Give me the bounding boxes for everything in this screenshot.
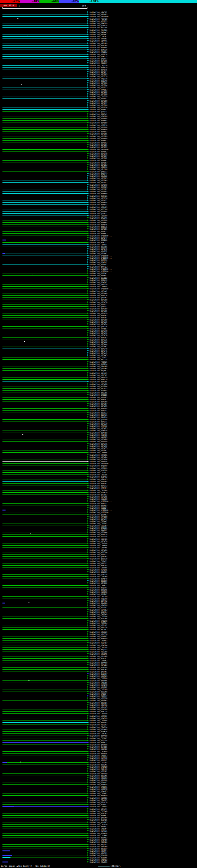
hit-label[interactable]: UniRef100_B3FV70 xyxy=(90,332,107,334)
hit-label[interactable]: UniRef100_A8N3F3 xyxy=(90,777,107,779)
hit-row[interactable]: UniRef100_Q16X31 xyxy=(0,414,197,416)
hit-row[interactable]: UniRef100_B9G7S6 xyxy=(0,27,197,29)
hit-label[interactable]: UniRef100_C4R4M5 xyxy=(90,547,107,549)
hit-row[interactable]: UniRef100_B3FB93 xyxy=(0,130,197,133)
alignment-bar[interactable] xyxy=(2,509,88,511)
hit-row[interactable]: UniRef100_B3FV57 xyxy=(0,403,197,405)
hit-row[interactable]: UniRef100_B9GLR9 xyxy=(0,42,197,44)
hit-label[interactable]: UniRef100_C5GVT1 xyxy=(90,560,107,562)
alignment-bar[interactable] xyxy=(2,144,88,146)
hit-row[interactable]: UniRef100_B3FV41 xyxy=(0,409,197,412)
alignment-bar[interactable] xyxy=(2,438,88,440)
alignment-bar[interactable] xyxy=(2,115,88,117)
alignment-bar[interactable] xyxy=(2,646,88,648)
alignment-bar[interactable] xyxy=(2,66,88,69)
hit-row[interactable]: UniRef100_C4JJQ5 xyxy=(0,682,197,684)
alignment-bar[interactable] xyxy=(2,111,88,113)
alignment-bar[interactable] xyxy=(2,217,88,219)
alignment-bar[interactable] xyxy=(2,16,88,18)
alignment-bar[interactable] xyxy=(2,292,88,294)
hit-row[interactable]: UniRef100_C8V0M5 xyxy=(0,653,197,655)
hit-row[interactable]: UniRef100_UPI0000... xyxy=(0,463,197,465)
alignment-bar[interactable] xyxy=(2,148,88,151)
alignment-bar[interactable] xyxy=(2,786,88,788)
alignment-bar[interactable] xyxy=(2,657,88,659)
hit-row[interactable]: UniRef100_A9URD2 xyxy=(0,181,197,184)
alignment-bar[interactable] xyxy=(2,250,88,252)
alignment-bar[interactable] xyxy=(2,686,88,688)
alignment-bar[interactable] xyxy=(2,516,88,518)
hit-row[interactable]: UniRef100_A8PU36 xyxy=(0,626,197,628)
alignment-bar[interactable] xyxy=(2,405,88,407)
hit-label[interactable]: UniRef100_Q4U1J4 xyxy=(90,416,107,418)
alignment-bar[interactable] xyxy=(2,166,88,168)
alignment-bar[interactable] xyxy=(2,51,88,53)
hit-label[interactable]: UniRef100_Q48Q33 xyxy=(90,170,107,173)
hit-label[interactable]: UniRef100_Q9VLR8 xyxy=(90,365,107,367)
hit-row[interactable]: UniRef100_C1GQS4 xyxy=(0,762,197,764)
hit-row[interactable]: UniRef100_B3L6U2 xyxy=(0,175,197,177)
alignment-bar[interactable] xyxy=(2,801,88,803)
hit-label[interactable]: UniRef100_B3FV45 xyxy=(90,352,107,354)
alignment-bar[interactable] xyxy=(2,447,88,449)
hit-label[interactable]: UniRef100_A4RWN1 xyxy=(90,37,107,40)
alignment-bar[interactable] xyxy=(2,454,88,456)
alignment-bar[interactable] xyxy=(2,308,88,310)
hit-label[interactable]: UniRef100_B6QDR2 xyxy=(90,770,107,772)
hit-label[interactable]: UniRef100_Q5KYL7 xyxy=(90,781,107,783)
alignment-bar[interactable] xyxy=(2,186,88,188)
hit-label[interactable]: UniRef100_Q6CF59 xyxy=(90,259,107,261)
alignment-bar[interactable] xyxy=(2,89,88,91)
hit-label[interactable]: UniRef100_A7PB55 xyxy=(90,20,107,22)
hit-label[interactable]: UniRef100_Q423M2 xyxy=(90,297,107,299)
alignment-bar[interactable] xyxy=(2,779,88,781)
hit-label[interactable]: UniRef100_Q5NFH7 xyxy=(90,261,107,263)
hit-label[interactable]: UniRef100_B3FV35 xyxy=(90,321,107,323)
hit-row[interactable]: UniRef100_C5M9X9 xyxy=(0,184,197,186)
hit-label[interactable]: UniRef100_B8MU51 xyxy=(90,808,107,810)
alignment-bar[interactable] xyxy=(2,210,88,213)
alignment-bar[interactable] xyxy=(2,626,88,628)
hit-row[interactable]: UniRef100_B6QAW4 xyxy=(0,531,197,533)
alignment-bar[interactable] xyxy=(2,465,88,467)
hit-label[interactable]: UniRef100_Q4WCM7 xyxy=(90,529,107,531)
hit-label[interactable]: UniRef100_C3ZVW7 xyxy=(90,520,107,522)
hit-label[interactable]: UniRef100_B3FV80 xyxy=(90,438,107,440)
hit-label[interactable]: UniRef100_B4Q652 xyxy=(90,370,107,372)
hit-row[interactable]: UniRef100_B3FV65 xyxy=(0,310,197,312)
hit-label[interactable]: UniRef100_Q0UNJ0 xyxy=(90,801,107,803)
alignment-bar[interactable] xyxy=(2,179,88,181)
hit-row[interactable]: UniRef100_B3FB59 xyxy=(0,75,197,77)
hit-row[interactable]: UniRef100_B7QSR9 xyxy=(0,465,197,467)
hit-row[interactable]: UniRef100_B3FV37 xyxy=(0,303,197,305)
alignment-bar[interactable] xyxy=(2,507,88,509)
hit-label[interactable]: UniRef100_B3FV36 xyxy=(90,339,107,341)
alignment-bar[interactable] xyxy=(2,350,88,352)
hit-row[interactable]: UniRef100_B8MMS0 xyxy=(0,735,197,737)
hit-label[interactable]: UniRef100_B3FB43 xyxy=(90,204,107,206)
alignment-bar[interactable] xyxy=(2,122,88,124)
alignment-bar[interactable] xyxy=(2,22,88,24)
hit-row[interactable]: UniRef100_Q4WPN1 xyxy=(0,671,197,673)
alignment-bar[interactable] xyxy=(2,93,88,95)
hit-row[interactable]: UniRef100_B3FV59 xyxy=(0,312,197,314)
hit-label[interactable]: UniRef100_A6R2Y8 xyxy=(90,684,107,686)
hit-row[interactable]: UniRef100_Q6PV31 xyxy=(0,305,197,308)
hit-row[interactable]: UniRef100_B3FB48 xyxy=(0,202,197,204)
hit-row[interactable]: UniRef100_A6SRG7 xyxy=(0,642,197,644)
alignment-bar[interactable] xyxy=(2,584,88,587)
alignment-bar[interactable] xyxy=(2,181,88,184)
hit-label[interactable]: UniRef100_B3MP00 xyxy=(90,432,107,434)
hit-row[interactable]: UniRef100_B6HRV9 xyxy=(0,638,197,640)
hit-row[interactable]: UniRef100_B6RHG9 xyxy=(0,795,197,797)
hit-row[interactable]: UniRef100_B8MU51 xyxy=(0,808,197,810)
alignment-bar[interactable] xyxy=(2,808,88,810)
hit-row[interactable]: UniRef100_B6QZT3 xyxy=(0,648,197,651)
hit-row[interactable]: UniRef100_B3FV36 xyxy=(0,339,197,341)
hit-row[interactable]: UniRef100_C5DC24 xyxy=(0,507,197,509)
hit-row[interactable]: UniRef100_B3FB42 xyxy=(0,108,197,111)
hit-label[interactable]: UniRef100_C5KT11 xyxy=(90,244,107,246)
hit-row[interactable]: UniRef100_B3FB91 xyxy=(0,97,197,99)
alignment-bar[interactable] xyxy=(2,199,88,202)
hit-row[interactable]: UniRef100_B6QLY3 xyxy=(0,843,197,845)
